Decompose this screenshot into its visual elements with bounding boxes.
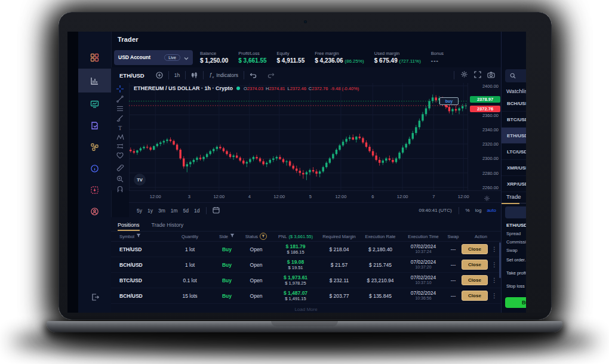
column-suffix: ($ 3,661.55) — [289, 234, 313, 239]
trade-option[interactable]: Stop loss — [506, 283, 526, 289]
stage: Trader USD Account Live Balance$ 1,250.0… — [0, 0, 609, 364]
filter-icon[interactable] — [136, 233, 141, 239]
interval-button[interactable]: 1h — [169, 72, 185, 78]
zoom-in-tool[interactable] — [115, 175, 125, 183]
laptop-screen: Trader USD Account Live Balance$ 1,250.0… — [67, 32, 526, 313]
go-to-date-button[interactable] — [213, 205, 220, 216]
position-pnl: $ 181.79$ 186.15 — [272, 243, 319, 255]
table-row[interactable]: ETH/USD1 lotBuyOpen$ 181.79$ 186.15$ 218… — [111, 242, 501, 257]
dashboard-grid-icon — [90, 53, 99, 62]
chart-area: T ETHEREUM / US DOLLAR · 1h · Crypto — [111, 83, 501, 190]
row-menu-button[interactable]: ⋮ — [491, 277, 497, 283]
text-tool[interactable]: T — [115, 125, 125, 131]
filter-icon[interactable] — [230, 233, 235, 239]
position-execution-time: 07/02/202410:36:56 — [401, 290, 445, 301]
watchlist-items: BCH/USDBTC/USDETH/USDLTC/USDXMR/USDXRP/U… — [502, 95, 526, 192]
account-metric: Bonus--- — [431, 51, 444, 64]
sidebar-item-terminal[interactable] — [78, 94, 111, 114]
watchlist-search-input[interactable] — [505, 69, 526, 82]
magnet-tool[interactable] — [115, 186, 125, 193]
position-execution-time: 07/02/202410:37:24 — [401, 243, 445, 255]
position-quantity: 1 lot — [166, 262, 214, 268]
chart-canvas[interactable]: ETHEREUM / US DOLLAR · 1h · Crypto O2374… — [129, 83, 467, 190]
watchlist-item-xrp[interactable]: XRP/USD — [502, 176, 526, 192]
sidebar-item-info[interactable] — [78, 158, 111, 178]
row-menu-button[interactable]: ⋮ — [491, 261, 497, 268]
pattern-tool[interactable] — [115, 134, 125, 140]
brush-tool[interactable] — [115, 115, 125, 122]
fullscreen-button[interactable] — [474, 70, 481, 81]
buy-order-tag[interactable]: buy — [439, 97, 459, 105]
position-swap: --- — [445, 246, 461, 252]
undo-button[interactable] — [244, 72, 262, 78]
chart-type-button[interactable] — [186, 72, 203, 79]
fib-retracement-tool[interactable] — [115, 106, 125, 112]
close-position-button[interactable]: Close — [462, 291, 488, 301]
close-position-button[interactable]: Close — [462, 275, 488, 285]
range-button-1y[interactable]: 1y — [147, 208, 153, 214]
watchlist-item-eth[interactable]: ETH/USD — [502, 128, 526, 144]
order-type-toggle[interactable] — [505, 206, 526, 218]
table-row[interactable]: BTC/USD0.1 lotBuyOpen$ 1,973.61$ 1,978.2… — [111, 273, 501, 288]
position-status: Open — [240, 246, 272, 252]
buy-submit-button[interactable]: Buy — [505, 297, 526, 308]
watchlist-item-ltc[interactable]: LTC/USD — [502, 144, 526, 160]
range-button-1d[interactable]: 1d — [194, 208, 199, 214]
sidebar-item-network[interactable] — [78, 137, 111, 157]
tab-positions[interactable]: Positions — [118, 222, 140, 231]
close-position-button[interactable]: Close — [462, 244, 488, 254]
log-scale-button[interactable]: log — [475, 208, 482, 213]
table-row[interactable]: BCH/USD1 lotBuyOpen$ 19.08$ 19.51$ 21.57… — [111, 257, 501, 273]
trade-option[interactable]: Take profit — [506, 270, 526, 276]
percent-scale-button[interactable]: % — [466, 208, 470, 213]
price-axis[interactable]: 2400.002360.002340.002320.002300.002280.… — [467, 83, 502, 190]
snapshot-camera-button[interactable] — [487, 70, 495, 81]
tradingview-logo: TV — [134, 174, 146, 186]
auto-scale-button[interactable]: auto — [487, 208, 496, 213]
table-row[interactable]: BCH/USD15 lotsBuyOpen$ 1,487.07$ 1,491.1… — [111, 288, 501, 304]
load-more-button[interactable]: Load More — [111, 304, 501, 312]
measure-tool[interactable] — [115, 165, 125, 172]
filter-icon[interactable] — [260, 233, 267, 240]
laptop-base-notch — [271, 321, 338, 326]
crosshair-tool[interactable] — [115, 85, 125, 92]
time-tick: 12:00 — [273, 194, 285, 199]
range-button-5y[interactable]: 5y — [137, 208, 142, 214]
price-tag-buy: 2378.97 — [470, 96, 500, 103]
sidebar-item-trading[interactable] — [78, 69, 112, 92]
redo-button[interactable] — [262, 72, 280, 78]
metric-value: $ 1,250.00 — [200, 57, 228, 64]
tab-trade-history[interactable]: Trade History — [152, 222, 184, 231]
watchlist-item-bch[interactable]: BCH/USD — [502, 95, 526, 112]
range-button-5d[interactable]: 5d — [183, 208, 189, 214]
row-menu-button[interactable]: ⋮ — [491, 292, 497, 299]
close-position-button[interactable]: Close — [462, 260, 488, 270]
forecast-tool[interactable] — [115, 143, 125, 149]
watchlist-item-xmr[interactable]: XMR/USD — [502, 160, 526, 176]
metric-label: Used margin — [374, 51, 421, 56]
sidebar-item-dashboard[interactable] — [78, 47, 111, 67]
time-axis[interactable]: 12:00312:00412:00512:00612:00712:00 — [129, 190, 501, 203]
position-execution-rate: $ 2,180.40 — [359, 246, 401, 252]
watchlist-item-btc[interactable]: BTC/USD — [502, 112, 526, 128]
app-sidebar — [78, 32, 112, 313]
sidebar-item-deposit[interactable] — [78, 180, 111, 200]
clock-utc[interactable]: 09:40:41 (UTC) — [419, 208, 451, 213]
time-tick: 3 — [188, 194, 190, 199]
account-selector[interactable]: USD Account Live — [114, 50, 193, 65]
range-button-1m[interactable]: 1m — [171, 208, 178, 214]
indicators-button[interactable]: ƒx Indicators — [204, 72, 244, 79]
sidebar-item-logout[interactable] — [78, 287, 111, 307]
row-menu-button[interactable]: ⋮ — [491, 246, 497, 252]
sidebar-item-support[interactable] — [78, 201, 111, 221]
logout-icon — [91, 293, 99, 301]
trendline-tool[interactable] — [115, 95, 125, 103]
emoji-tool[interactable] — [115, 152, 125, 159]
add-symbol-button[interactable] — [150, 72, 168, 79]
chart-symbol[interactable]: ETH/USD — [111, 72, 150, 79]
trade-option[interactable]: Set order... — [506, 257, 526, 263]
sidebar-item-documents[interactable] — [78, 115, 111, 135]
chart-settings-button[interactable] — [460, 70, 468, 81]
time-tick: 6 — [371, 194, 374, 199]
range-button-3m[interactable]: 3m — [158, 208, 165, 214]
